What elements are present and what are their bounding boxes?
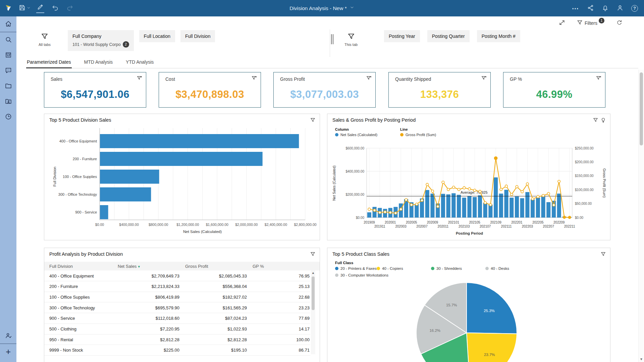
line-marker[interactable] <box>510 193 513 196</box>
profit-analysis-table-widget[interactable]: Profit Analysis by Product Division Full… <box>44 248 320 362</box>
column-segment[interactable] <box>373 207 377 218</box>
bar-segment[interactable] <box>100 205 108 219</box>
sidebar-recent-button[interactable] <box>0 109 16 125</box>
tab-parameterized-dates[interactable]: Parameterized Dates <box>26 57 72 68</box>
column-segment[interactable] <box>451 193 455 218</box>
column-segment[interactable] <box>552 201 556 218</box>
class-sales-pie-widget[interactable]: Top 5 Product Class Sales Full Class 20 … <box>327 248 610 362</box>
sidebar-comments-button[interactable] <box>0 63 16 78</box>
line-marker[interactable] <box>479 190 481 193</box>
filter-chip-full-division[interactable]: Full Division <box>180 30 215 42</box>
line-marker[interactable] <box>552 204 555 206</box>
line-marker[interactable] <box>526 183 529 185</box>
account-button[interactable] <box>612 0 627 16</box>
bar-segment[interactable] <box>100 134 299 148</box>
line-marker[interactable] <box>405 198 408 201</box>
line-marker[interactable] <box>452 186 455 189</box>
all-tabs-filter-button[interactable]: All tabs <box>37 32 53 47</box>
this-tab-filter-button[interactable]: This tab <box>342 32 360 47</box>
column-segment[interactable] <box>415 204 419 218</box>
table-row[interactable]: 400 - Office Equipment$2,709,649.73$2,08… <box>44 270 310 281</box>
column-segment[interactable] <box>457 195 461 218</box>
line-marker[interactable] <box>542 194 545 197</box>
local-filter-icon[interactable] <box>251 75 257 82</box>
column-segment[interactable] <box>546 202 550 218</box>
local-filter-icon[interactable] <box>137 75 143 82</box>
filter-bar-drag-handle[interactable] <box>331 34 333 44</box>
line-marker[interactable] <box>494 157 497 160</box>
tab-mtd-analysis[interactable]: MTD Analysis <box>84 57 114 68</box>
line-marker[interactable] <box>394 212 397 215</box>
undo-button[interactable] <box>48 0 62 16</box>
sidebar-manage-access-button[interactable] <box>0 328 16 344</box>
line-marker[interactable] <box>521 190 524 193</box>
help-button[interactable]: ? <box>627 0 642 16</box>
bar-segment[interactable] <box>100 152 263 166</box>
column-segment[interactable] <box>446 194 450 218</box>
line-marker[interactable] <box>368 208 371 210</box>
filter-chip-posting-year[interactable]: Posting Year <box>384 30 420 42</box>
sidebar-content-button[interactable] <box>0 78 16 94</box>
column-segment[interactable] <box>488 204 492 218</box>
line-marker[interactable] <box>568 216 571 219</box>
kpi-card-gp-[interactable]: GP %46.99% <box>503 72 605 108</box>
table-row[interactable]: 950 - Rental$2,812.28$2,812.28100.00 <box>44 334 310 345</box>
column-header-net-sales[interactable]: Net Sales▾ <box>118 264 179 269</box>
line-marker[interactable] <box>516 185 518 188</box>
line-marker[interactable] <box>442 181 444 184</box>
column-header-full-division[interactable]: Full Division <box>49 264 73 269</box>
line-marker[interactable] <box>547 192 550 195</box>
column-segment[interactable] <box>509 198 514 218</box>
bar-segment[interactable] <box>100 187 151 201</box>
filter-chip-posting-quarter[interactable]: Posting Quarter <box>427 30 470 42</box>
line-marker[interactable] <box>473 189 476 192</box>
line-marker[interactable] <box>558 180 560 183</box>
widget-filter-icon[interactable] <box>593 117 598 124</box>
line-marker[interactable] <box>531 198 534 200</box>
tab-ytd-analysis[interactable]: YTD Analysis <box>125 57 154 68</box>
save-button[interactable] <box>16 0 33 16</box>
filter-chip-full-company[interactable]: Full Company101 - World Supply Corpo2 <box>68 30 134 51</box>
line-marker[interactable] <box>447 188 450 191</box>
line-marker[interactable] <box>389 211 392 214</box>
sidebar-search-button[interactable] <box>0 32 16 48</box>
share-button[interactable] <box>583 0 598 16</box>
redo-button[interactable] <box>62 0 77 16</box>
kpi-card-gross-profit[interactable]: Gross Profit$3,077,003.03 <box>273 72 376 108</box>
line-marker[interactable] <box>373 209 376 212</box>
bar-segment[interactable] <box>100 170 159 184</box>
line-marker[interactable] <box>378 211 381 214</box>
column-segment[interactable] <box>541 196 545 218</box>
line-marker[interactable] <box>410 203 413 206</box>
line-marker[interactable] <box>421 199 423 202</box>
column-segment[interactable] <box>367 212 371 218</box>
line-marker[interactable] <box>563 216 566 219</box>
column-segment[interactable] <box>499 194 503 218</box>
line-marker[interactable] <box>505 185 508 188</box>
notifications-button[interactable] <box>598 0 612 16</box>
pie-legend-item[interactable]: 30 - Shredders <box>431 266 485 270</box>
kpi-card-sales[interactable]: Sales$6,547,901.06 <box>44 72 146 108</box>
column-segment[interactable] <box>515 196 519 218</box>
scrollbar-thumb[interactable] <box>312 277 315 310</box>
scroll-down-icon[interactable]: ▼ <box>639 357 644 361</box>
line-marker[interactable] <box>436 205 439 208</box>
column-header-gp-[interactable]: GP % <box>253 264 310 269</box>
line-marker[interactable] <box>384 211 386 214</box>
widget-filter-icon[interactable] <box>310 251 316 258</box>
local-filter-icon[interactable] <box>366 75 372 82</box>
column-segment[interactable] <box>531 199 535 218</box>
column-segment[interactable] <box>462 198 466 218</box>
line-marker[interactable] <box>484 201 487 204</box>
line-marker[interactable] <box>500 188 502 191</box>
line-marker[interactable] <box>399 208 402 210</box>
line-marker[interactable] <box>458 188 460 191</box>
column-segment[interactable] <box>425 190 429 218</box>
table-row[interactable]: 500 - Clothing$7,220.95$1,022.9314.17 <box>44 324 310 335</box>
column-header-gross-profit[interactable]: Gross Profit <box>185 264 247 269</box>
kpi-card-quantity-shipped[interactable]: Quantity Shipped133,376 <box>388 72 491 108</box>
line-marker[interactable] <box>489 203 492 206</box>
sidebar-home-button[interactable] <box>0 16 16 32</box>
column-segment[interactable] <box>536 198 540 218</box>
widget-filter-icon[interactable] <box>310 117 316 124</box>
